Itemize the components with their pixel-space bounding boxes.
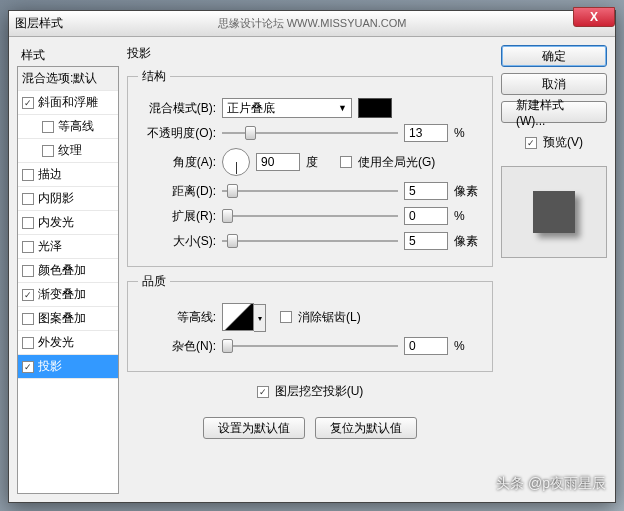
style-checkbox[interactable] (22, 241, 34, 253)
style-checkbox[interactable] (22, 193, 34, 205)
style-item[interactable]: 等高线 (18, 115, 118, 139)
chevron-down-icon[interactable]: ▾ (254, 304, 266, 332)
style-checkbox[interactable] (22, 97, 34, 109)
size-unit: 像素 (454, 233, 482, 250)
ok-button[interactable]: 确定 (501, 45, 607, 67)
style-item[interactable]: 描边 (18, 163, 118, 187)
style-checkbox[interactable] (22, 169, 34, 181)
style-item-label: 斜面和浮雕 (38, 94, 98, 111)
chevron-down-icon: ▼ (338, 103, 347, 113)
structure-legend: 结构 (138, 68, 170, 85)
contour-label: 等高线: (138, 309, 216, 326)
watermark: 头条 @p夜雨星辰 (496, 475, 606, 493)
size-slider[interactable] (222, 231, 398, 251)
blend-mode-label: 混合模式(B): (138, 100, 216, 117)
distance-slider[interactable] (222, 181, 398, 201)
noise-label: 杂色(N): (138, 338, 216, 355)
noise-unit: % (454, 339, 482, 353)
style-item[interactable]: 内阴影 (18, 187, 118, 211)
angle-label: 角度(A): (138, 154, 216, 171)
close-icon: X (590, 10, 598, 24)
style-item[interactable]: 斜面和浮雕 (18, 91, 118, 115)
style-item-label: 纹理 (58, 142, 82, 159)
close-button[interactable]: X (573, 7, 615, 27)
style-checkbox[interactable] (22, 337, 34, 349)
opacity-slider[interactable] (222, 123, 398, 143)
credit-text: 思缘设计论坛 WWW.MISSYUAN.COM (218, 16, 407, 31)
layer-style-dialog: 图层样式 思缘设计论坛 WWW.MISSYUAN.COM X 样式 混合选项:默… (8, 10, 616, 503)
style-item-label: 外发光 (38, 334, 74, 351)
style-checkbox[interactable] (22, 313, 34, 325)
section-title: 投影 (127, 45, 493, 62)
make-default-button[interactable]: 设置为默认值 (203, 417, 305, 439)
spread-slider[interactable] (222, 206, 398, 226)
noise-input[interactable]: 0 (404, 337, 448, 355)
global-light-label: 使用全局光(G) (358, 154, 435, 171)
style-item[interactable]: 外发光 (18, 331, 118, 355)
style-item-label: 内发光 (38, 214, 74, 231)
cancel-button[interactable]: 取消 (501, 73, 607, 95)
spread-label: 扩展(R): (138, 208, 216, 225)
preview-swatch (533, 191, 575, 233)
style-item-label: 内阴影 (38, 190, 74, 207)
window-title: 图层样式 (15, 15, 63, 32)
quality-group: 品质 等高线: ▾ 消除锯齿(L) 杂色(N): 0 % (127, 273, 493, 372)
opacity-input[interactable]: 13 (404, 124, 448, 142)
distance-input[interactable]: 5 (404, 182, 448, 200)
style-checkbox[interactable] (22, 289, 34, 301)
noise-slider[interactable] (222, 336, 398, 356)
style-item[interactable]: 光泽 (18, 235, 118, 259)
style-item[interactable]: 纹理 (18, 139, 118, 163)
style-item-label: 描边 (38, 166, 62, 183)
style-checkbox[interactable] (42, 121, 54, 133)
spread-unit: % (454, 209, 482, 223)
knockout-checkbox[interactable] (257, 386, 269, 398)
settings-panel: 投影 结构 混合模式(B): 正片叠底 ▼ 不透明度(O): 13 % (127, 45, 493, 494)
opacity-label: 不透明度(O): (138, 125, 216, 142)
blend-mode-select[interactable]: 正片叠底 ▼ (222, 98, 352, 118)
shadow-color-swatch[interactable] (358, 98, 392, 118)
styles-header: 样式 (17, 45, 119, 66)
style-item-label: 等高线 (58, 118, 94, 135)
styles-panel: 样式 混合选项:默认 斜面和浮雕等高线纹理描边内阴影内发光光泽颜色叠加渐变叠加图… (17, 45, 119, 494)
style-item[interactable]: 渐变叠加 (18, 283, 118, 307)
style-item-label: 图案叠加 (38, 310, 86, 327)
blending-options-header[interactable]: 混合选项:默认 (18, 67, 118, 91)
style-checkbox[interactable] (22, 265, 34, 277)
spread-input[interactable]: 0 (404, 207, 448, 225)
action-panel: 确定 取消 新建样式(W)... 预览(V) (501, 45, 607, 494)
style-checkbox[interactable] (22, 217, 34, 229)
size-label: 大小(S): (138, 233, 216, 250)
structure-group: 结构 混合模式(B): 正片叠底 ▼ 不透明度(O): 13 % 角 (127, 68, 493, 267)
angle-dial[interactable] (222, 148, 250, 176)
style-item[interactable]: 内发光 (18, 211, 118, 235)
preview-checkbox[interactable] (525, 137, 537, 149)
style-list: 混合选项:默认 斜面和浮雕等高线纹理描边内阴影内发光光泽颜色叠加渐变叠加图案叠加… (17, 66, 119, 494)
distance-label: 距离(D): (138, 183, 216, 200)
dialog-body: 样式 混合选项:默认 斜面和浮雕等高线纹理描边内阴影内发光光泽颜色叠加渐变叠加图… (9, 37, 615, 502)
style-item[interactable]: 图案叠加 (18, 307, 118, 331)
style-item[interactable]: 投影 (18, 355, 118, 379)
distance-unit: 像素 (454, 183, 482, 200)
angle-unit: 度 (306, 154, 334, 171)
size-input[interactable]: 5 (404, 232, 448, 250)
style-item-label: 渐变叠加 (38, 286, 86, 303)
new-style-button[interactable]: 新建样式(W)... (501, 101, 607, 123)
style-item[interactable]: 颜色叠加 (18, 259, 118, 283)
quality-legend: 品质 (138, 273, 170, 290)
style-item-label: 光泽 (38, 238, 62, 255)
antialias-label: 消除锯齿(L) (298, 309, 361, 326)
antialias-checkbox[interactable] (280, 311, 292, 323)
preview-label: 预览(V) (543, 134, 583, 151)
style-checkbox[interactable] (42, 145, 54, 157)
style-item-label: 颜色叠加 (38, 262, 86, 279)
titlebar: 图层样式 思缘设计论坛 WWW.MISSYUAN.COM X (9, 11, 615, 37)
knockout-label: 图层挖空投影(U) (275, 383, 364, 400)
contour-picker[interactable]: ▾ (222, 303, 254, 331)
reset-default-button[interactable]: 复位为默认值 (315, 417, 417, 439)
style-item-label: 投影 (38, 358, 62, 375)
preview-box (501, 166, 607, 258)
global-light-checkbox[interactable] (340, 156, 352, 168)
angle-input[interactable]: 90 (256, 153, 300, 171)
style-checkbox[interactable] (22, 361, 34, 373)
